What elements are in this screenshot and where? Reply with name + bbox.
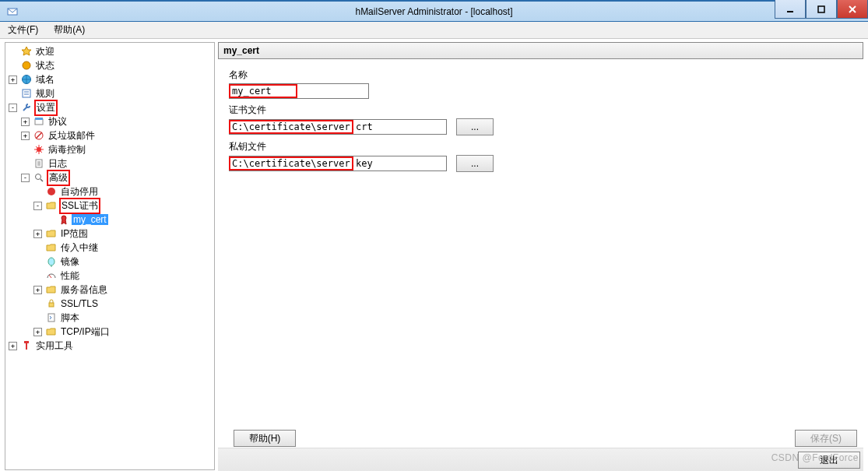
svg-point-28 <box>48 258 54 265</box>
tree-incoming[interactable]: 传入中继 <box>33 241 213 255</box>
tree-sslcerts[interactable]: -SSL证书 <box>33 199 213 213</box>
tree-ipranges[interactable]: +IP范围 <box>33 227 213 241</box>
antivirus-icon <box>33 143 45 156</box>
certificate-form: 名称 证书文件 ... 私钥文件 ... <box>218 65 863 177</box>
save-button[interactable]: 保存(S) <box>795 430 857 447</box>
tree-settings[interactable]: -设置 <box>9 100 213 114</box>
tree-advanced[interactable]: -高级 <box>21 170 213 185</box>
titlebar: hMailServer Administrator - [localhost] <box>0 0 868 22</box>
svg-point-26 <box>47 188 55 195</box>
name-input[interactable] <box>229 83 369 99</box>
label-name: 名称 <box>229 69 863 82</box>
menu-file[interactable]: 文件(F) <box>5 22 41 38</box>
tree-autoban[interactable]: 自动停用 <box>33 185 213 199</box>
tree-log[interactable]: 日志 <box>21 156 213 170</box>
svg-line-3 <box>849 6 856 12</box>
collapse-icon[interactable]: - <box>9 104 17 112</box>
svg-rect-8 <box>23 90 30 97</box>
protocol-icon <box>33 115 45 128</box>
tree-welcome[interactable]: 欢迎 <box>9 44 213 58</box>
client-area: 欢迎 状态 +域名 规则 -设置 +协议 +反垃圾邮件 病毒控制 日志 -高级 … <box>0 39 868 470</box>
tree-antispam[interactable]: +反垃圾邮件 <box>21 128 213 142</box>
tree-serverinfo[interactable]: +服务器信息 <box>33 283 213 297</box>
folder-open-icon <box>45 199 58 212</box>
label-certfile: 证书文件 <box>229 104 863 117</box>
browse-key-button[interactable]: ... <box>456 155 494 172</box>
folder-icon <box>45 325 58 338</box>
tree-panel[interactable]: 欢迎 状态 +域名 规则 -设置 +协议 +反垃圾邮件 病毒控制 日志 -高级 … <box>5 42 215 470</box>
svg-rect-11 <box>35 119 43 125</box>
menubar: 文件(F) 帮助(A) <box>0 22 868 39</box>
tree-domains[interactable]: +域名 <box>9 72 213 86</box>
svg-point-24 <box>36 174 41 180</box>
svg-rect-2 <box>818 6 824 12</box>
log-icon <box>33 157 45 170</box>
status-icon <box>20 59 33 72</box>
tree-mirror[interactable]: 镜像 <box>33 255 213 269</box>
help-button[interactable]: 帮助(H) <box>234 430 296 447</box>
antispam-icon <box>33 129 45 142</box>
window-title: hMailServer Administrator - [localhost] <box>0 6 868 17</box>
label-keyfile: 私钥文件 <box>229 140 863 153</box>
certificate-icon <box>58 213 70 226</box>
tree-status[interactable]: 状态 <box>9 58 213 72</box>
tree-ssltls[interactable]: SSL/TLS <box>33 297 213 311</box>
svg-line-30 <box>49 275 51 278</box>
gauge-icon <box>45 269 58 282</box>
window-controls <box>775 0 868 19</box>
app-icon <box>6 5 19 18</box>
maximize-button[interactable] <box>806 0 837 19</box>
expand-icon[interactable]: + <box>9 76 17 84</box>
tools-icon <box>20 101 33 114</box>
tree-protocols[interactable]: +协议 <box>21 114 213 128</box>
tree-mycert[interactable]: my_cert <box>46 213 213 227</box>
exit-bar: 退出 <box>218 448 863 471</box>
svg-rect-12 <box>35 118 43 120</box>
keyfile-input[interactable] <box>229 156 447 171</box>
rules-icon <box>20 87 33 100</box>
collapse-icon[interactable]: - <box>21 174 30 182</box>
svg-line-4 <box>849 6 856 12</box>
search-icon <box>33 171 45 184</box>
tree-scripts[interactable]: 脚本 <box>33 311 213 325</box>
minimize-button[interactable] <box>775 0 806 19</box>
mirror-icon <box>45 255 58 268</box>
folder-icon <box>45 241 58 254</box>
lock-icon <box>45 297 58 310</box>
collapse-icon[interactable]: - <box>33 202 42 210</box>
script-icon <box>45 311 58 324</box>
right-panel: my_cert 名称 证书文件 ... 私钥文件 ... 帮助(H) 保存(S <box>218 42 863 470</box>
menu-help[interactable]: 帮助(A) <box>51 22 88 38</box>
svg-rect-31 <box>49 303 54 307</box>
exit-button[interactable]: 退出 <box>798 452 860 469</box>
tree-utilities[interactable]: +实用工具 <box>9 339 213 353</box>
tree-performance[interactable]: 性能 <box>33 269 213 283</box>
folder-icon <box>45 283 58 296</box>
folder-icon <box>45 227 58 240</box>
close-button[interactable] <box>837 0 868 19</box>
svg-point-6 <box>23 62 30 69</box>
tree-antivirus[interactable]: 病毒控制 <box>21 142 213 156</box>
star-icon <box>20 45 33 58</box>
tree-rules[interactable]: 规则 <box>9 86 213 100</box>
browse-cert-button[interactable]: ... <box>456 118 494 135</box>
svg-line-25 <box>40 179 43 181</box>
certfile-input[interactable] <box>229 119 447 135</box>
utilities-icon <box>20 339 33 352</box>
tree-tcpip[interactable]: +TCP/IP端口 <box>33 325 213 339</box>
svg-rect-34 <box>24 341 29 343</box>
panel-title: my_cert <box>218 42 863 59</box>
stop-icon <box>45 185 58 198</box>
globe-icon <box>20 73 33 86</box>
svg-marker-5 <box>22 47 31 55</box>
